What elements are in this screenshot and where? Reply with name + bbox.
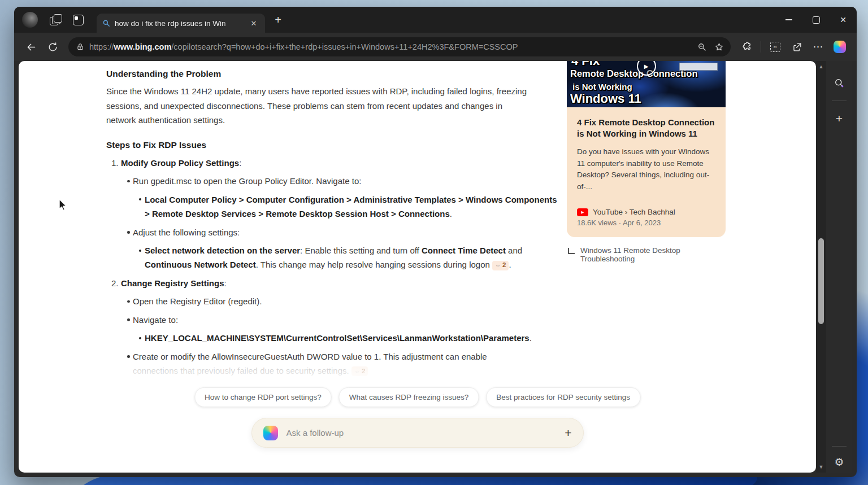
section-heading-understanding: Understanding the Problem [106,67,558,81]
bullet-item: Select network detection on the server: … [106,243,558,272]
video-description: Do you have issues with your Windows 11 … [577,146,715,193]
title-bar-left: how do i fix the rdp issues in Win ✕ + [14,7,288,33]
content-fade-overlay [106,359,558,388]
plus-icon: + [836,112,843,125]
profile-avatar[interactable] [22,12,38,28]
minimize-button[interactable] [775,7,802,33]
url-text: https://www.bing.com/copilotsearch?q=how… [89,42,693,51]
bullet-text-bold: Select network detection on the server [145,246,300,255]
copilot-icon [263,426,278,440]
scroll-up-button[interactable]: ▲ [819,61,824,72]
workspaces-icon [50,14,61,25]
section-paragraph: Since the Windows 11 24H2 update, many u… [106,84,529,127]
close-icon: ✕ [251,19,257,28]
video-caption-text: Windows 11 Remote Desktop Troubleshootin… [580,246,726,263]
sidebar-divider [832,446,847,447]
close-icon: ✕ [840,15,847,24]
new-tab-button[interactable]: + [268,7,288,33]
page-content: Understanding the Problem Since the Wind… [19,61,816,473]
video-card[interactable]: 4 Fix Remote Desktop Connection is Not W… [567,107,726,237]
bullet-item: Run gpedit.msc to open the Group Policy … [106,174,538,188]
settings-more-button[interactable]: ⋯ [808,37,828,57]
bullet-item: HKEY_LOCAL_MACHINE\SYSTEM\CurrentControl… [106,331,558,345]
extensions-button[interactable] [736,37,757,57]
workspaces-button[interactable] [46,7,65,33]
sidebar-add-button[interactable]: + [830,109,849,128]
sidebar-settings-button[interactable]: ⚙ [830,453,849,473]
vertical-tabs-icon [73,15,84,25]
title-bar-spacer [288,7,775,33]
zoom-level-button[interactable] [693,38,710,55]
step-colon: : [239,158,241,168]
bullet-item: Local Computer Policy > Computer Configu… [106,193,558,221]
section-heading-steps: Steps to Fix RDP Issues [106,138,558,152]
bullet-text: . [450,209,452,219]
suggestion-chip-rdp-security[interactable]: Best practices for RDP security settings [486,387,640,407]
back-button[interactable] [21,37,41,57]
navigation-bar: https://www.bing.com/copilotsearch?q=how… [14,33,857,61]
toolbar-divider [761,41,761,53]
thumbnail-text: Windows 11 [570,91,641,106]
video-panel: 4 Fix Remote Desktop Connection is Not W… [567,61,726,263]
browser-window: how do i fix the rdp issues in Win ✕ + ✕… [14,7,857,477]
video-source-row: ▶ YouTube › Tech Bachhal [577,208,715,216]
extensions-puzzle-icon [741,41,752,53]
bullet-text: . [530,333,532,343]
video-thumbnail[interactable]: 4 Fix Remote Desktop Connection is Not W… [567,61,726,107]
url-host: www.bing.com [114,42,172,51]
corner-bracket-icon [568,248,575,254]
citation-number: 2 [502,258,506,272]
share-button[interactable] [787,37,807,57]
thumbnail-text: 4 Fix [571,61,600,68]
lock-icon[interactable] [76,43,84,51]
bullet-item: Navigate to: [106,313,538,327]
citation-badge[interactable]: ⇔2 [492,261,509,270]
followup-bar[interactable]: + [251,418,584,448]
play-icon: ▶ [581,210,584,215]
more-icon: ⋯ [813,41,824,53]
step-number: 2. [111,276,121,290]
bullet-text-bold: Connect Time Detect [422,246,506,255]
title-bar: how do i fix the rdp issues in Win ✕ + ✕ [14,7,857,33]
back-icon [25,41,37,53]
sidebar-search-button[interactable] [830,73,849,93]
bullet-text: Navigate to: [133,315,178,325]
scroll-down-button[interactable]: ▼ [819,461,824,473]
tab-close-button[interactable]: ✕ [248,18,259,29]
add-attachment-button[interactable]: + [565,426,571,440]
video-title: 4 Fix Remote Desktop Connection is Not W… [577,117,715,139]
vertical-tabs-button[interactable] [68,7,88,33]
close-button[interactable]: ✕ [830,7,857,33]
scrollbar-thumb[interactable] [818,238,824,324]
step-colon: : [224,278,227,288]
favorites-star-button[interactable] [710,38,727,55]
bullet-text: . [509,260,511,269]
step-title: Change Registry Settings [121,278,224,288]
suggestion-chip-rdp-freezing[interactable]: What causes RDP freezing issues? [339,387,479,407]
bullet-text: . This change may help resolve hanging s… [256,260,492,269]
copilot-button[interactable] [830,37,850,57]
vertical-scrollbar[interactable]: ▲ ▼ [816,61,826,473]
plus-icon: + [275,14,281,27]
screenshot-button[interactable]: ✂ [765,37,785,57]
step-item-2: 2.Change Registry Settings: [106,276,558,290]
answer-article: Understanding the Problem Since the Wind… [106,61,558,378]
suggestion-chip-rdp-port[interactable]: How to change RDP port settings? [194,387,332,407]
suggestion-chips: How to change RDP port settings? What ca… [194,387,640,407]
address-bar[interactable]: https://www.bing.com/copilotsearch?q=how… [68,37,731,56]
followup-input[interactable] [285,427,558,438]
step-item-1: 1.Modify Group Policy Settings: [106,156,558,170]
scrollbar-track[interactable] [816,72,826,461]
zoom-out-magnifier-icon [697,42,707,52]
refresh-button[interactable] [42,37,63,57]
tab-search-favicon [102,19,110,27]
edge-sidebar: + ⚙ [826,61,852,473]
bullet-text: Adjust the following settings: [133,228,240,237]
youtube-icon: ▶ [577,208,588,216]
bullet-item: Adjust the following settings: [106,225,538,239]
refresh-icon [47,42,58,53]
browser-tab[interactable]: how do i fix the rdp issues in Win ✕ [97,14,265,33]
screenshot-icon: ✂ [770,42,780,52]
maximize-button[interactable] [802,7,830,33]
bullet-text: Open the Registry Editor (regedit). [133,296,262,306]
